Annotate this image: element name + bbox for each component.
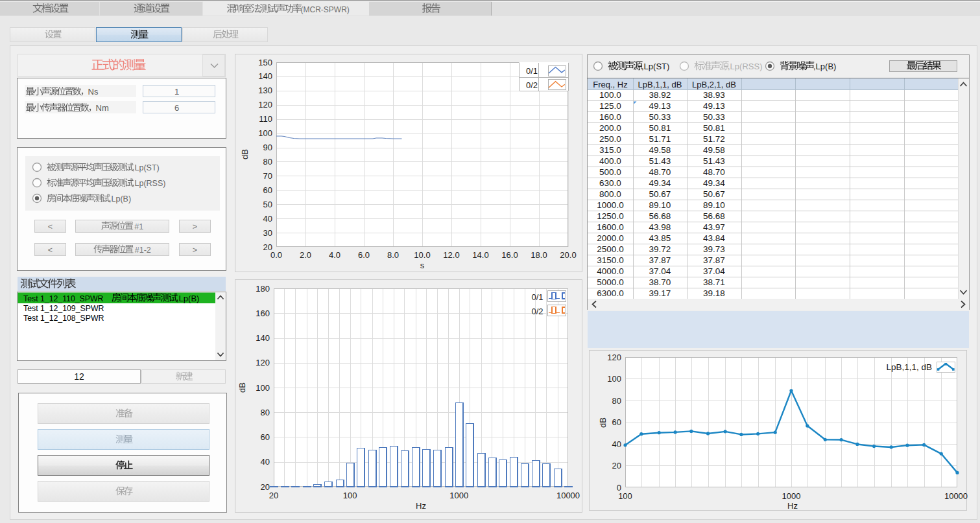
svg-text:Hz: Hz (787, 501, 798, 511)
svg-text:4000.0: 4000.0 (597, 266, 623, 276)
svg-text:100: 100 (258, 128, 272, 138)
svg-text:43.84: 43.84 (703, 233, 725, 243)
svg-text:100: 100 (343, 491, 357, 500)
svg-text:(MCR-SPWR): (MCR-SPWR) (300, 5, 349, 14)
svg-text:40: 40 (261, 457, 270, 467)
svg-text:48.70: 48.70 (703, 167, 725, 177)
svg-text:20.0: 20.0 (560, 250, 576, 260)
svg-text:50.67: 50.67 (703, 189, 725, 199)
svg-text:50.33: 50.33 (703, 112, 725, 122)
svg-text:,Lp(B): ,Lp(B) (109, 194, 131, 203)
svg-text:100: 100 (607, 374, 621, 384)
svg-text:0/1: 0/1 (531, 292, 543, 302)
svg-text:500.0: 500.0 (599, 167, 621, 177)
svg-text:630.0: 630.0 (599, 178, 621, 188)
svg-text:0/1: 0/1 (526, 66, 538, 76)
svg-text:2500.0: 2500.0 (597, 244, 623, 254)
svg-text:120: 120 (256, 358, 270, 367)
svg-text:38.93: 38.93 (703, 90, 725, 100)
svg-text:43.97: 43.97 (703, 222, 725, 232)
svg-text:130: 130 (258, 86, 272, 95)
svg-text:1000: 1000 (782, 491, 801, 501)
svg-text:140: 140 (258, 71, 272, 81)
svg-text:48.70: 48.70 (649, 167, 671, 177)
svg-text:40: 40 (612, 439, 621, 449)
svg-text:39.18: 39.18 (703, 288, 725, 298)
svg-text:39.72: 39.72 (649, 244, 671, 254)
svg-text:110: 110 (259, 114, 272, 124)
svg-text:20: 20 (612, 461, 621, 471)
svg-text:6: 6 (174, 103, 179, 113)
svg-text:100: 100 (618, 491, 632, 501)
svg-text:Test 1_12_109_SPWR: Test 1_12_109_SPWR (23, 304, 104, 313)
svg-text:39.73: 39.73 (703, 244, 725, 254)
svg-text:LpB,1,1, dB: LpB,1,1, dB (638, 80, 682, 89)
svg-text:2000.0: 2000.0 (597, 233, 623, 243)
svg-text:80: 80 (261, 408, 270, 417)
svg-text:Freq., Hz: Freq., Hz (593, 80, 627, 89)
svg-text:400.0: 400.0 (599, 156, 621, 166)
svg-text:40: 40 (263, 214, 272, 224)
svg-text:dB: dB (240, 149, 250, 159)
svg-text:70: 70 (263, 171, 272, 181)
svg-text:51.43: 51.43 (703, 156, 725, 166)
svg-text:#1: #1 (132, 222, 143, 231)
svg-text:800.0: 800.0 (599, 189, 621, 199)
svg-text:60: 60 (263, 185, 272, 195)
svg-text:10000: 10000 (944, 491, 968, 501)
svg-text:3150.0: 3150.0 (597, 255, 623, 265)
svg-text:100: 100 (256, 383, 270, 393)
svg-text:50.67: 50.67 (649, 189, 671, 199)
svg-text:56.68: 56.68 (649, 211, 671, 221)
svg-text:,Lp(B): ,Lp(B) (813, 62, 836, 71)
svg-text:12.0: 12.0 (443, 250, 459, 260)
svg-text:43.98: 43.98 (649, 222, 671, 232)
svg-text:89.10: 89.10 (649, 200, 671, 210)
svg-text:0.0: 0.0 (270, 250, 282, 260)
svg-text:0/2: 0/2 (531, 307, 543, 316)
svg-text:120: 120 (258, 100, 272, 110)
svg-text:4.0: 4.0 (329, 250, 341, 260)
svg-text:49.58: 49.58 (649, 145, 671, 155)
svg-text:1000.0: 1000.0 (597, 200, 623, 210)
svg-text:,Lp(RSS): ,Lp(RSS) (728, 62, 762, 71)
svg-text:37.04: 37.04 (649, 266, 671, 276)
svg-text:Ns: Ns (88, 87, 99, 97)
svg-text:20: 20 (269, 491, 278, 500)
svg-text:49.58: 49.58 (703, 145, 725, 155)
svg-text:14.0: 14.0 (472, 250, 488, 260)
svg-text:1600.0: 1600.0 (597, 222, 623, 232)
svg-text:43.85: 43.85 (649, 233, 671, 243)
svg-text:1000: 1000 (449, 491, 468, 500)
svg-text:89.10: 89.10 (703, 200, 725, 210)
svg-text:Hz: Hz (416, 501, 426, 511)
svg-text:100.0: 100.0 (599, 90, 621, 100)
svg-text:49.34: 49.34 (649, 178, 671, 188)
svg-text:180: 180 (256, 284, 270, 294)
svg-text:LpB,1,1, dB: LpB,1,1, dB (886, 362, 932, 372)
svg-text:6.0: 6.0 (358, 250, 370, 260)
svg-text:60: 60 (261, 432, 270, 442)
svg-text:1: 1 (174, 87, 179, 97)
svg-text:2.0: 2.0 (300, 250, 311, 260)
svg-text:60: 60 (612, 417, 621, 427)
svg-text:160.0: 160.0 (599, 112, 621, 122)
svg-text:38.92: 38.92 (649, 90, 671, 100)
svg-text:140: 140 (256, 333, 270, 343)
svg-text:Test 1_12_108_SPWR: Test 1_12_108_SPWR (23, 314, 104, 323)
svg-text:38.70: 38.70 (649, 277, 671, 287)
svg-text:1250.0: 1250.0 (597, 211, 623, 221)
svg-text:<: < (48, 222, 53, 231)
svg-text:8.0: 8.0 (387, 250, 399, 260)
svg-text:30: 30 (263, 228, 272, 238)
svg-text:37.04: 37.04 (703, 266, 725, 276)
svg-text:200.0: 200.0 (599, 123, 621, 133)
svg-text:50.81: 50.81 (649, 123, 671, 133)
svg-text:12: 12 (74, 371, 84, 382)
svg-text:49.13: 49.13 (703, 101, 725, 111)
svg-text:0/2: 0/2 (526, 80, 538, 90)
svg-text:50.33: 50.33 (649, 112, 671, 122)
svg-text:49.34: 49.34 (703, 178, 725, 188)
svg-text:#1-2: #1-2 (132, 246, 151, 255)
svg-text:10000: 10000 (556, 491, 580, 500)
